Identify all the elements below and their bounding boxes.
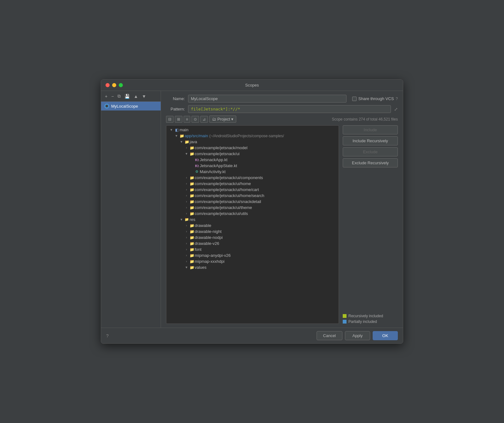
save-scope-button[interactable]: 💾: [123, 93, 131, 99]
help-button[interactable]: ?: [106, 333, 109, 338]
tree-item-drawable-night[interactable]: › 📁 drawable-night: [166, 228, 339, 234]
name-input[interactable]: [188, 95, 346, 103]
tree-item-search[interactable]: › 📁 com/example/jetsnack/ui/home/search: [166, 193, 339, 199]
tree-item-font[interactable]: › 📁 font: [166, 246, 339, 252]
arrow-drawable-nodpi: ›: [184, 236, 189, 239]
content-area: ▼ ◧ main ▼ 📁 app/src/main (~/AndroidStud…: [166, 125, 398, 324]
folder-icon-utils: 📁: [189, 212, 195, 216]
add-scope-button[interactable]: +: [104, 93, 109, 99]
tree-item-java[interactable]: ▼ 📁 java: [166, 139, 339, 145]
move-down-button[interactable]: ▼: [140, 93, 147, 99]
tree-item-theme[interactable]: › 📁 com/example/jetsnack/ui/theme: [166, 205, 339, 211]
tree-comment-app-src: (~/AndroidStudioProjects/compose-samples…: [209, 134, 284, 138]
arrow-utils: ›: [184, 212, 189, 215]
tree-item-drawable-nodpi[interactable]: › 📁 drawable-nodpi: [166, 234, 339, 240]
arrow-search: ›: [184, 194, 189, 197]
include-recursively-button[interactable]: Include Recursively: [343, 136, 398, 145]
legend-color-partial: [343, 320, 346, 324]
project-selector[interactable]: 🗂 Project ▾: [209, 116, 236, 123]
tree-item-utils[interactable]: › 📁 com/example/jetsnack/ui/utils: [166, 211, 339, 217]
folder-icon-app-src: 📁: [179, 134, 185, 138]
tree-item-mainactivity[interactable]: ⚙ MainActivity.kt: [166, 169, 339, 175]
ok-button[interactable]: OK: [373, 331, 398, 340]
tree-label-components: com/example/jetsnack/ui/components: [195, 175, 263, 180]
tree-item-res[interactable]: ▼ 📁 res: [166, 217, 339, 223]
expand-pattern-button[interactable]: ⤢: [394, 107, 398, 112]
window-controls: [106, 83, 123, 87]
folder-icon-cart: 📁: [189, 188, 195, 192]
expand-all-button[interactable]: ⊞: [175, 116, 182, 123]
vcs-help-icon[interactable]: ?: [396, 97, 398, 101]
tree-item-components[interactable]: › 📁 com/example/jetsnack/ui/components: [166, 175, 339, 181]
vcs-row: Share through VCS ?: [352, 96, 398, 101]
folder-icon-search: 📁: [189, 194, 195, 198]
arrow-drawable: ›: [184, 224, 189, 227]
tree-item-ui[interactable]: ▼ 📁 com/example/jetsnack/ui: [166, 151, 339, 157]
arrow-mipmap-anydpi: ›: [184, 254, 189, 257]
arrow-components: ›: [184, 176, 189, 179]
tree-item-model[interactable]: › 📁 com/example/jetsnack/model: [166, 145, 339, 151]
tree-label-main: main: [180, 127, 188, 132]
legend-color-recursive: [343, 314, 346, 318]
tree-label-home: com/example/jetsnack/ui/home: [195, 181, 251, 186]
actions-panel: Include Include Recursively Exclude Excl…: [343, 125, 398, 324]
tree-item-jetsnackapp[interactable]: Kt JetsnackApp.kt: [166, 157, 339, 163]
pattern-label: Pattern:: [166, 107, 185, 111]
remove-scope-button[interactable]: −: [110, 93, 115, 99]
tree-item-app-src-main[interactable]: ▼ 📁 app/src/main (~/AndroidStudioProject…: [166, 133, 339, 139]
tree-toolbar: ⊟ ⊞ ≡ ⊙ ⊿ 🗂 Project ▾ Scope contains 274…: [166, 116, 398, 123]
include-button[interactable]: Include: [343, 125, 398, 134]
folder-icon-values: 📁: [189, 265, 195, 270]
arrow-ui: ▼: [184, 152, 189, 155]
sidebar-item-myscope[interactable]: MyLocalScope: [101, 102, 161, 110]
tree-label-jetsnackapp: JetsnackApp.kt: [200, 157, 227, 162]
main-content: Name: Share through VCS ? Pattern: ⤢ ⊟ ⊞…: [161, 91, 403, 328]
pattern-row: Pattern: ⤢: [166, 105, 398, 113]
flatten-button[interactable]: ≡: [184, 116, 190, 123]
tree-label-mipmap-xxxhdpi: mipmap-xxxhdpi: [195, 259, 225, 264]
legend: Recursively included Partially included: [343, 311, 398, 324]
show-only-included-button[interactable]: ⊙: [192, 116, 199, 123]
scope-icon-inner: [106, 105, 108, 107]
close-button[interactable]: [106, 83, 110, 87]
arrow-drawable-v26: ›: [184, 242, 189, 245]
filter-button[interactable]: ⊿: [200, 116, 208, 123]
apply-button[interactable]: Apply: [345, 331, 370, 340]
tree-item-cart[interactable]: › 📁 com/example/jetsnack/ui/home/cart: [166, 187, 339, 193]
tree-item-mipmap-anydpi[interactable]: › 📁 mipmap-anydpi-v26: [166, 252, 339, 258]
tree-item-drawable-v26[interactable]: › 📁 drawable-v26: [166, 240, 339, 246]
file-tree[interactable]: ▼ ◧ main ▼ 📁 app/src/main (~/AndroidStud…: [166, 125, 339, 324]
folder-icon-drawable-v26: 📁: [189, 241, 195, 246]
arrow-home: ›: [184, 182, 189, 185]
tree-item-mipmap-xxxhdpi[interactable]: › 📁 mipmap-xxxhdpi: [166, 258, 339, 264]
arrow-res: ▼: [179, 218, 184, 221]
exclude-recursively-button[interactable]: Exclude Recursively: [343, 158, 398, 167]
name-label: Name:: [166, 96, 185, 101]
copy-scope-button[interactable]: ⧉: [116, 93, 122, 99]
tree-label-jetsnackappstate: JetsnackAppState.kt: [200, 163, 237, 168]
maximize-button[interactable]: [119, 83, 123, 87]
move-up-button[interactable]: ▲: [132, 93, 139, 99]
tree-item-main[interactable]: ▼ ◧ main: [166, 127, 339, 133]
name-row: Name: Share through VCS ?: [166, 95, 398, 103]
minimize-button[interactable]: [112, 83, 116, 87]
module-icon: ◧: [174, 128, 180, 132]
vcs-checkbox[interactable]: [352, 97, 357, 101]
folder-icon-mipmap-xxxhdpi: 📁: [189, 259, 195, 264]
folder-icon-drawable: 📁: [189, 223, 195, 228]
tree-item-jetsnackappstate[interactable]: Kt JetsnackAppState.kt: [166, 163, 339, 169]
folder-icon-snackdetail: 📁: [189, 200, 195, 204]
arrow-model: ›: [184, 146, 189, 149]
collapse-all-button[interactable]: ⊟: [166, 116, 174, 123]
tree-label-snackdetail: com/example/jetsnack/ui/snackdetail: [195, 199, 261, 204]
tree-item-snackdetail[interactable]: › 📁 com/example/jetsnack/ui/snackdetail: [166, 199, 339, 205]
tree-item-drawable[interactable]: › 📁 drawable: [166, 223, 339, 228]
tree-label-font: font: [195, 247, 202, 252]
tree-item-values[interactable]: ▼ 📁 values: [166, 264, 339, 270]
exclude-button[interactable]: Exclude: [343, 147, 398, 156]
pattern-input[interactable]: [188, 105, 391, 113]
tree-item-home[interactable]: › 📁 com/example/jetsnack/ui/home: [166, 181, 339, 187]
res-icon: 📁: [184, 217, 190, 222]
cancel-button[interactable]: Cancel: [317, 331, 342, 340]
scopes-dialog: Scopes + − ⧉ 💾 ▲ ▼ MyLocalScope: [101, 79, 403, 344]
